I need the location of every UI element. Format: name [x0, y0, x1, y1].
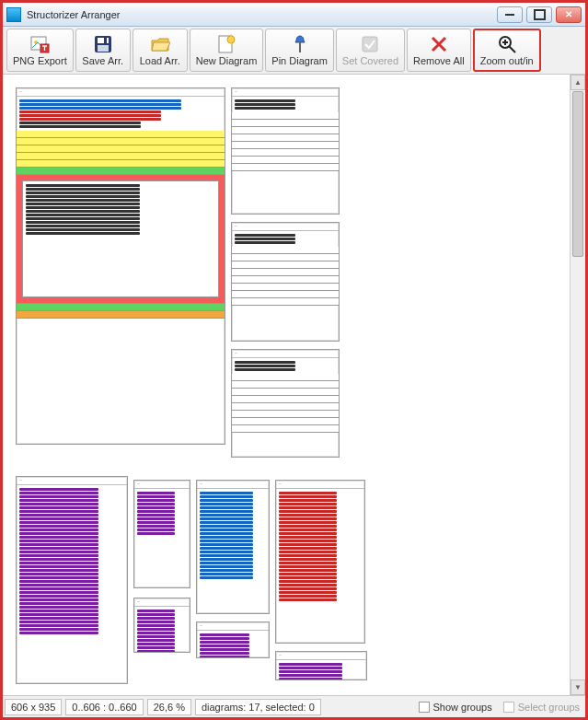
- vertical-scrollbar[interactable]: ▲ ▼: [570, 75, 585, 695]
- close-button[interactable]: [556, 6, 582, 23]
- minimize-button[interactable]: [497, 6, 523, 23]
- folder-open-icon: [150, 34, 170, 54]
- set-covered-label: Set Covered: [342, 55, 398, 66]
- png-export-icon: [29, 34, 50, 54]
- diagram-thumbnail[interactable]: ···: [16, 87, 225, 445]
- svg-rect-6: [98, 45, 109, 52]
- pin-icon: [290, 34, 310, 54]
- remove-all-button[interactable]: Remove All: [407, 29, 471, 72]
- select-groups-checkbox[interactable]: Select groups: [498, 702, 585, 713]
- png-export-label: PNG Export: [13, 55, 67, 66]
- zoom-button[interactable]: Zoom out/in: [473, 29, 541, 72]
- diagram-thumbnail[interactable]: ···: [196, 480, 270, 614]
- diagram-thumbnail[interactable]: ···: [231, 222, 340, 342]
- diagram-thumbnail[interactable]: ···: [231, 87, 340, 215]
- diagram-canvas[interactable]: ·································: [10, 82, 562, 688]
- checkbox-box-icon: [503, 702, 514, 713]
- diagram-thumbnail[interactable]: ···: [231, 349, 340, 458]
- diagram-thumbnail[interactable]: ···: [196, 621, 270, 658]
- scroll-down-arrow[interactable]: ▼: [571, 679, 585, 695]
- pin-diagram-label: Pin Diagram: [271, 55, 328, 66]
- statusbar: 606 x 935 0..606 : 0..660 26,6 % diagram…: [3, 695, 585, 717]
- diagram-header: ···: [134, 481, 190, 489]
- zoom-icon: [497, 34, 517, 54]
- diagram-thumbnail[interactable]: ···: [133, 480, 190, 588]
- diagram-header: ···: [17, 477, 127, 485]
- status-zoom: 26,6 %: [147, 699, 191, 715]
- window-title: Structorizer Arranger: [27, 9, 497, 20]
- svg-line-14: [509, 46, 515, 52]
- scroll-up-arrow[interactable]: ▲: [571, 75, 585, 90]
- save-arr-button[interactable]: Save Arr.: [75, 29, 131, 72]
- app-icon: [6, 7, 21, 22]
- svg-rect-12: [363, 37, 377, 52]
- window-controls: [497, 6, 582, 23]
- svg-point-8: [227, 36, 235, 43]
- diagram-thumbnail[interactable]: ···: [275, 480, 365, 644]
- checkbox-box-icon: [419, 702, 430, 713]
- maximize-button[interactable]: [526, 6, 552, 23]
- show-groups-checkbox[interactable]: Show groups: [413, 702, 498, 713]
- select-groups-label: Select groups: [518, 702, 580, 713]
- diagram-thumbnail[interactable]: ···: [275, 651, 367, 680]
- load-arr-label: Load Arr.: [140, 55, 180, 66]
- show-groups-label: Show groups: [433, 702, 492, 713]
- save-icon: [93, 34, 113, 54]
- svg-rect-5: [104, 38, 107, 43]
- diagram-thumbnail[interactable]: ···: [16, 476, 128, 684]
- checkbox-icon: [360, 34, 380, 54]
- diagram-header: ···: [197, 481, 269, 489]
- status-viewport: 0..606 : 0..660: [65, 699, 143, 715]
- remove-all-label: Remove All: [413, 55, 465, 66]
- diagram-header: ···: [276, 481, 364, 489]
- status-counts: diagrams: 17, selected: 0: [195, 699, 321, 715]
- status-dims: 606 x 935: [5, 699, 62, 715]
- scroll-thumb[interactable]: [572, 91, 583, 257]
- new-diagram-icon: [216, 34, 236, 54]
- svg-rect-4: [98, 38, 109, 43]
- diagram-thumbnail[interactable]: ···: [133, 598, 190, 653]
- new-diagram-button[interactable]: New Diagram: [190, 29, 264, 72]
- pin-diagram-button[interactable]: Pin Diagram: [265, 29, 334, 72]
- titlebar: Structorizer Arranger: [3, 3, 585, 27]
- diagram-header: ···: [232, 223, 339, 231]
- diagram-header: ···: [17, 88, 225, 97]
- load-arr-button[interactable]: Load Arr.: [133, 29, 188, 72]
- canvas-area[interactable]: ································· ▲ ▼: [3, 75, 585, 695]
- delete-icon: [429, 34, 449, 54]
- diagram-header: ···: [232, 88, 339, 97]
- zoom-label: Zoom out/in: [480, 55, 534, 66]
- diagram-header: ···: [134, 598, 190, 607]
- png-export-button[interactable]: PNG Export: [6, 29, 74, 72]
- set-covered-button[interactable]: Set Covered: [336, 29, 405, 72]
- new-diagram-label: New Diagram: [196, 55, 258, 66]
- diagram-header: ···: [197, 622, 269, 631]
- diagram-header: ···: [232, 350, 339, 358]
- diagram-header: ···: [276, 652, 366, 660]
- toolbar: PNG Export Save Arr. Load Arr. New Diagr…: [3, 27, 585, 75]
- save-arr-label: Save Arr.: [82, 55, 123, 66]
